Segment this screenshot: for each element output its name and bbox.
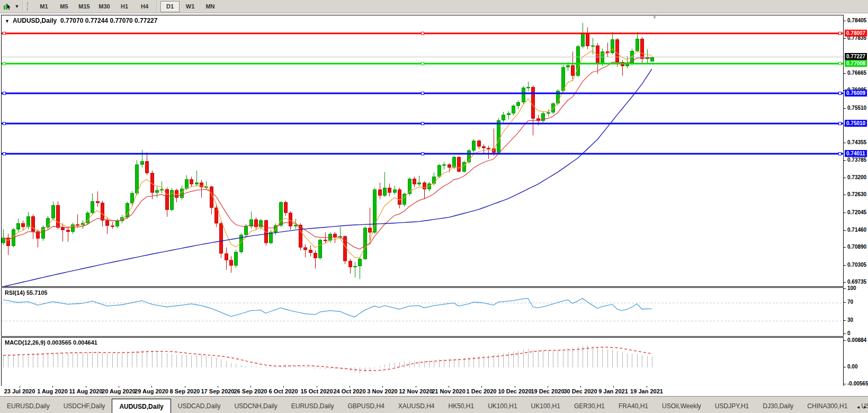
date-axis-label: 30 Dec 2020 (564, 388, 597, 394)
timeframe-button-m30[interactable]: M30 (95, 1, 114, 12)
price-level-badge: 0.76009 (845, 90, 867, 96)
toolbar-drag-handle[interactable] (27, 2, 31, 11)
date-axis-label: 17 Sep 2020 (201, 388, 235, 394)
tick-dash (844, 288, 846, 289)
chart-tab-usdcnh-daily[interactable]: USDCNH,Daily (227, 400, 284, 412)
chart-tab-usdjpy-h1[interactable]: USDJPY,H1 (708, 400, 756, 412)
chart-ohlc-values: 0.77070 0.77244 0.77070 0.77227 (60, 17, 158, 24)
date-tick-mark (283, 386, 284, 388)
tick-dash (844, 340, 846, 341)
price-level-badge: 0.77008 (845, 60, 867, 67)
chart-tab-usdcad-daily[interactable]: USDCAD,Daily (171, 400, 228, 412)
tick-dash (844, 143, 846, 143)
tick-dash (844, 38, 846, 39)
tick-dash (844, 282, 846, 283)
macd-indicator-pane: MACD(12,26,9) 0.003565 0.004641 (1, 337, 844, 386)
chart-tab-eurusd-daily[interactable]: EURUSD,Daily (0, 400, 57, 412)
date-axis-label: 1 Dec 2020 (467, 388, 497, 394)
date-axis-label: 19 Dec 2020 (531, 388, 565, 394)
chart-tab-china300-h1[interactable]: CHINA300,H1 (800, 400, 854, 412)
date-tick-mark (515, 386, 515, 388)
timeframe-button-m15[interactable]: M15 (75, 1, 94, 12)
tick-dash (844, 213, 846, 213)
timeframe-button-mn[interactable]: MN (201, 1, 220, 12)
rsi-canvas[interactable] (2, 288, 843, 336)
date-axis-label: 29 Aug 2020 (135, 388, 168, 394)
trading-platform-window: ▼ M1M5M15M30H1H4D1W1MN ▼AUDUSD,Daily 0.7… (0, 0, 868, 413)
date-tick-mark (382, 386, 383, 388)
date-axis-label: 21 Nov 2020 (432, 388, 466, 394)
chart-tab-fra40-h1[interactable]: FRA40,H1 (612, 400, 655, 412)
timeframe-button-h4[interactable]: H4 (135, 1, 154, 12)
chart-cursor-icon[interactable] (2, 1, 13, 12)
timeframe-button-m1[interactable]: M1 (34, 1, 53, 12)
macd-canvas[interactable] (2, 338, 843, 386)
date-axis-label: 19 Jan 2021 (630, 388, 663, 394)
chart-tab-audusd-daily[interactable]: AUDUSD,Daily (112, 399, 171, 413)
timeframe-button-w1[interactable]: W1 (181, 1, 200, 12)
price-level-badge: 0.75010 (845, 120, 867, 127)
chart-tab-eurusd-daily[interactable]: EURUSD,Daily (284, 400, 341, 412)
date-axis[interactable]: 23 Jul 20201 Aug 202011 Aug 202020 Aug 2… (0, 386, 868, 396)
tick-dash (844, 302, 846, 303)
tab-scroll-right-icon[interactable]: ▸ (864, 404, 866, 410)
date-tick-mark (317, 386, 317, 388)
chart-title: ▼AUDUSD,Daily 0.77070 0.77244 0.77070 0.… (5, 17, 157, 24)
chart-tab-gbpusd-h4[interactable]: GBPUSD,H4 (341, 400, 391, 412)
timeframe-buttons-group: M1M5M15M30H1H4D1W1MN (34, 1, 220, 12)
date-tick-mark (20, 386, 20, 388)
date-tick-mark (350, 386, 350, 388)
date-tick-mark (86, 386, 86, 388)
timeframe-button-d1[interactable]: D1 (160, 1, 180, 12)
date-tick-mark (416, 386, 416, 388)
date-axis-label: 1 Aug 2020 (37, 388, 68, 394)
chart-tab-uk100-h1[interactable]: UK100,H1 (524, 400, 567, 412)
chart-tab-usdchf-daily[interactable]: USDCHF,Daily (57, 400, 112, 412)
date-axis-label: 9 Jan 2021 (598, 388, 628, 394)
price-level-badge: 0.78007 (845, 30, 867, 37)
scroll-to-end-icon[interactable]: ▼ (652, 14, 657, 20)
rsi-label: RSI(14) 55.7105 (5, 289, 48, 296)
rsi-indicator-pane: RSI(14) 55.7105 (1, 287, 844, 337)
tick-dash (844, 320, 846, 321)
tab-scroll-arrows: ◂ ▸ (857, 404, 866, 410)
chart-tab-dj30-daily[interactable]: DJ30,Daily (756, 400, 800, 412)
tick-dash (844, 21, 846, 21)
date-axis-label: 12 Nov 2020 (399, 388, 433, 394)
date-axis-label: 23 Jul 2020 (4, 388, 35, 394)
tick-dash (844, 333, 846, 334)
tick-dash (844, 108, 846, 109)
chart-tab-ger30-h1[interactable]: GER30,H1 (567, 400, 612, 412)
date-axis-label: 20 Aug 2020 (102, 388, 136, 394)
tick-dash (844, 247, 846, 248)
cursor-dropdown-caret-icon[interactable]: ▼ (13, 1, 21, 12)
date-tick-mark (449, 386, 449, 388)
chart-tab-uk100-h1[interactable]: UK100,H1 (481, 400, 524, 412)
date-tick-mark (647, 386, 647, 388)
chart-tab-bar: EURUSD,DailyUSDCHF,DailyAUDUSD,DailyUSDC… (0, 396, 868, 413)
tick-dash (844, 160, 846, 161)
chart-tab-hk50-h1[interactable]: HK50,H1 (442, 400, 481, 412)
price-axis[interactable]: 0.784050.778350.766650.760950.755100.749… (844, 15, 868, 386)
timeframe-button-h1[interactable]: H1 (115, 1, 134, 12)
date-tick-mark (481, 386, 482, 388)
tick-dash (844, 265, 846, 266)
date-tick-mark (613, 386, 614, 388)
tab-scroll-left-icon[interactable]: ◂ (857, 404, 860, 410)
tick-dash (844, 367, 846, 367)
timeframe-button-m5[interactable]: M5 (55, 1, 74, 12)
date-axis-label: 24 Oct 2020 (333, 388, 365, 394)
chart-title-caret-icon[interactable]: ▼ (5, 19, 10, 24)
date-axis-label: 11 Aug 2020 (69, 388, 102, 394)
chart-tab-xauusd-h4[interactable]: XAUUSD,H4 (391, 400, 442, 412)
tick-dash (844, 384, 846, 384)
chart-tab-usoil-weekly[interactable]: USOil,Weekly (655, 400, 708, 412)
timeframe-toolbar: ▼ M1M5M15M30H1H4D1W1MN (0, 0, 868, 13)
macd-label: MACD(12,26,9) 0.003565 0.004641 (5, 339, 97, 346)
price-chart-canvas[interactable] (2, 15, 843, 286)
date-tick-mark (151, 386, 152, 388)
date-tick-mark (250, 386, 251, 388)
date-tick-mark (218, 386, 218, 388)
tick-dash (844, 195, 846, 195)
tick-dash (844, 230, 846, 231)
